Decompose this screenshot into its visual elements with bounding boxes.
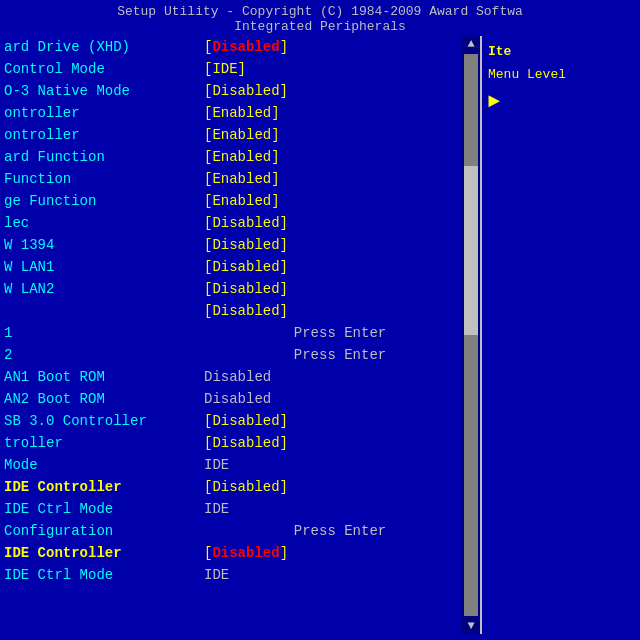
- menu-row-value: Press Enter: [204, 523, 476, 539]
- menu-row[interactable]: AN1 Boot ROMDisabled: [0, 366, 480, 388]
- menu-row-label: 1: [4, 325, 204, 341]
- menu-row-label: 2: [4, 347, 204, 363]
- menu-row-label: AN2 Boot ROM: [4, 391, 204, 407]
- scrollbar[interactable]: ▲ ▼: [462, 36, 480, 634]
- scrollbar-thumb: [464, 166, 478, 335]
- menu-row[interactable]: Control Mode[IDE]: [0, 58, 480, 80]
- menu-row-value: [Disabled]: [204, 413, 476, 429]
- main-content: ard Drive (XHD)[Disabled]Control Mode[ID…: [0, 36, 640, 634]
- menu-row-value: [Disabled]: [204, 545, 476, 561]
- menu-row-label: ge Function: [4, 193, 204, 209]
- menu-row-label: Configuration: [4, 523, 204, 539]
- menu-row-value: IDE: [204, 457, 476, 473]
- menu-row-value: [Enabled]: [204, 149, 476, 165]
- menu-row[interactable]: ard Function[Enabled]: [0, 146, 480, 168]
- menu-row-value: [Disabled]: [204, 39, 476, 55]
- menu-row-label: Function: [4, 171, 204, 187]
- scrollbar-track: [464, 54, 478, 616]
- menu-row-label: IDE Controller: [4, 545, 204, 561]
- menu-row-label: ard Function: [4, 149, 204, 165]
- menu-row[interactable]: [Disabled]: [0, 300, 480, 322]
- menu-row[interactable]: lec[Disabled]: [0, 212, 480, 234]
- menu-row-value: Press Enter: [204, 347, 476, 363]
- menu-row[interactable]: IDE Controller[Disabled]: [0, 476, 480, 498]
- menu-row[interactable]: ge Function[Enabled]: [0, 190, 480, 212]
- scrollbar-down-arrow[interactable]: ▼: [463, 618, 479, 634]
- menu-row-value: [Disabled]: [204, 281, 476, 297]
- menu-row[interactable]: 2Press Enter: [0, 344, 480, 366]
- header-line2: Integrated Peripherals: [0, 19, 640, 34]
- menu-row-value: [Disabled]: [204, 215, 476, 231]
- menu-row-label: ard Drive (XHD): [4, 39, 204, 55]
- menu-row-value: IDE: [204, 501, 476, 517]
- menu-row-value: [Disabled]: [204, 237, 476, 253]
- menu-row[interactable]: ModeIDE: [0, 454, 480, 476]
- menu-row[interactable]: ConfigurationPress Enter: [0, 520, 480, 542]
- menu-row[interactable]: IDE Controller[Disabled]: [0, 542, 480, 564]
- menu-panel: ard Drive (XHD)[Disabled]Control Mode[ID…: [0, 36, 480, 634]
- menu-row-label: ontroller: [4, 105, 204, 121]
- menu-row[interactable]: W LAN1[Disabled]: [0, 256, 480, 278]
- menu-row-label: lec: [4, 215, 204, 231]
- menu-row-label: IDE Ctrl Mode: [4, 567, 204, 583]
- menu-row[interactable]: Function[Enabled]: [0, 168, 480, 190]
- menu-row[interactable]: IDE Ctrl ModeIDE: [0, 498, 480, 520]
- menu-row-label: ontroller: [4, 127, 204, 143]
- header-line1: Setup Utility - Copyright (C) 1984-2009 …: [0, 4, 640, 19]
- menu-row[interactable]: O-3 Native Mode[Disabled]: [0, 80, 480, 102]
- right-panel-title: Ite: [488, 44, 634, 59]
- menu-row[interactable]: IDE Ctrl ModeIDE: [0, 564, 480, 586]
- menu-row[interactable]: AN2 Boot ROMDisabled: [0, 388, 480, 410]
- menu-row-value: [Disabled]: [204, 479, 476, 495]
- menu-row-label: troller: [4, 435, 204, 451]
- menu-row-value: [Disabled]: [204, 83, 476, 99]
- menu-row-label: IDE Controller: [4, 479, 204, 495]
- menu-row-label: W 1394: [4, 237, 204, 253]
- menu-list: ard Drive (XHD)[Disabled]Control Mode[ID…: [0, 36, 480, 586]
- menu-row-value: IDE: [204, 567, 476, 583]
- menu-level-label: Menu Level: [488, 67, 634, 82]
- menu-row-label: AN1 Boot ROM: [4, 369, 204, 385]
- menu-row[interactable]: troller[Disabled]: [0, 432, 480, 454]
- menu-row-value: [Disabled]: [204, 303, 476, 319]
- menu-row-value: [Disabled]: [204, 435, 476, 451]
- menu-row-label: W LAN1: [4, 259, 204, 275]
- menu-row[interactable]: SB 3.0 Controller[Disabled]: [0, 410, 480, 432]
- menu-row-value: [Disabled]: [204, 259, 476, 275]
- menu-row[interactable]: W LAN2[Disabled]: [0, 278, 480, 300]
- menu-row-value: [Enabled]: [204, 171, 476, 187]
- menu-row-label: Control Mode: [4, 61, 204, 77]
- right-panel: Ite Menu Level ►: [480, 36, 640, 634]
- menu-row-label: SB 3.0 Controller: [4, 413, 204, 429]
- menu-row-label: W LAN2: [4, 281, 204, 297]
- menu-row[interactable]: W 1394[Disabled]: [0, 234, 480, 256]
- menu-row-value: Press Enter: [204, 325, 476, 341]
- menu-row-value: [IDE]: [204, 61, 476, 77]
- menu-row[interactable]: 1Press Enter: [0, 322, 480, 344]
- menu-row-value: [Enabled]: [204, 105, 476, 121]
- menu-row[interactable]: ontroller[Enabled]: [0, 102, 480, 124]
- menu-row-label: IDE Ctrl Mode: [4, 501, 204, 517]
- menu-row-label: Mode: [4, 457, 204, 473]
- menu-row-value: Disabled: [204, 369, 476, 385]
- menu-row-value: [Enabled]: [204, 127, 476, 143]
- menu-row-label: O-3 Native Mode: [4, 83, 204, 99]
- scrollbar-up-arrow[interactable]: ▲: [463, 36, 479, 52]
- menu-row-value: [Enabled]: [204, 193, 476, 209]
- header: Setup Utility - Copyright (C) 1984-2009 …: [0, 0, 640, 36]
- menu-row[interactable]: ontroller[Enabled]: [0, 124, 480, 146]
- menu-row[interactable]: ard Drive (XHD)[Disabled]: [0, 36, 480, 58]
- menu-row-value: Disabled: [204, 391, 476, 407]
- menu-level-arrow: ►: [488, 90, 634, 113]
